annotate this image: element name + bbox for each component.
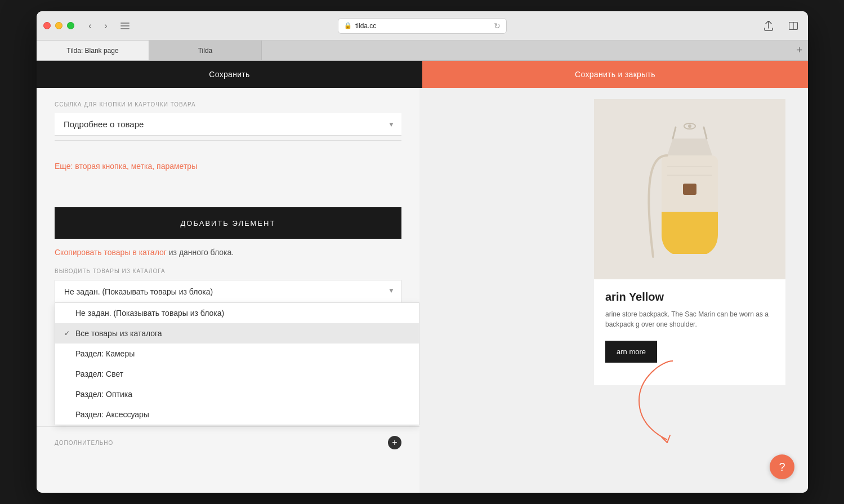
- nav-buttons: ‹ ›: [83, 19, 113, 33]
- dropdown-option-0[interactable]: Не задан. (Показывать товары из блока): [55, 303, 419, 323]
- product-description: arine store backpack. The Sac Marin can …: [605, 309, 774, 329]
- share-button[interactable]: [761, 18, 776, 34]
- product-image: [594, 99, 785, 279]
- dropdown-label-2: Раздел: Камеры: [75, 349, 135, 358]
- product-name-text: arin Yellow: [605, 291, 664, 303]
- additional-toggle[interactable]: +: [388, 436, 401, 449]
- dropdown-label-4: Раздел: Оптика: [75, 390, 132, 399]
- browser-window: ‹ › 🔒 tilda.cc ↻: [37, 11, 808, 493]
- tab-label-2: Tilda: [198, 47, 213, 55]
- tabbar: Tilda: Blank page Tilda +: [37, 41, 808, 61]
- back-button[interactable]: ‹: [83, 19, 97, 33]
- link-select[interactable]: Подробнее о товаре Внешняя ссылка Нет сс…: [55, 113, 401, 136]
- close-window-button[interactable]: [43, 22, 51, 29]
- svg-rect-2: [120, 28, 129, 29]
- dropdown-label-5: Раздел: Аксессуары: [75, 410, 149, 419]
- tab-blank-page[interactable]: Tilda: Blank page: [37, 41, 149, 60]
- check-none-4: [64, 390, 72, 398]
- dropdown-option-1[interactable]: ✓ Все товары из каталога: [55, 323, 419, 344]
- additional-label: ДОПОЛНИТЕЛЬНО: [55, 440, 113, 446]
- check-none-5: [64, 411, 72, 418]
- product-info: arin Yellow arine store backpack. The Sa…: [594, 279, 785, 372]
- catalog-dropdown-selected[interactable]: Не задан. (Показывать товары из блока): [55, 280, 401, 302]
- svg-point-6: [688, 124, 691, 128]
- catalog-field-label: ВЫВОДИТЬ ТОВАРЫ ИЗ КАТАЛОГА: [55, 268, 401, 274]
- check-none-2: [64, 350, 72, 358]
- lock-icon: 🔒: [344, 22, 352, 29]
- save-button[interactable]: Сохранить: [37, 61, 422, 88]
- tab-tilda[interactable]: Tilda: [149, 41, 262, 60]
- link-field-label: ССЫЛКА ДЛЯ КНОПКИ И КАРТОЧКИ ТОВАРА: [55, 101, 401, 108]
- copy-link-section: Скопировать товары в каталог из данного …: [37, 248, 419, 268]
- maximize-window-button[interactable]: [67, 22, 74, 29]
- dropdown-option-3[interactable]: Раздел: Свет: [55, 364, 419, 384]
- editor-toolbar: Сохранить Сохранить и закрыть: [37, 61, 808, 88]
- tab-label-1: Tilda: Blank page: [66, 47, 118, 55]
- editor-panel: ССЫЛКА ДЛЯ КНОПКИ И КАРТОЧКИ ТОВАРА Подр…: [37, 88, 419, 493]
- reading-mode-button[interactable]: [117, 18, 133, 34]
- learn-more-button[interactable]: arn more: [605, 341, 657, 363]
- svg-rect-7: [683, 184, 696, 195]
- url-display: tilda.cc: [355, 22, 376, 30]
- bag-illustration: [633, 110, 746, 268]
- catalog-dropdown-wrapper: Не задан. (Показывать товары из блока) ▼…: [55, 280, 401, 302]
- reload-icon[interactable]: ↻: [494, 21, 501, 30]
- copy-link-suffix: из данного блока.: [169, 248, 234, 257]
- additional-header: ДОПОЛНИТЕЛЬНО +: [55, 436, 401, 449]
- link-select-wrapper: Подробнее о товаре Внешняя ссылка Нет сс…: [55, 113, 401, 136]
- dropdown-option-4[interactable]: Раздел: Оптика: [55, 384, 419, 404]
- divider: [55, 140, 401, 141]
- catalog-dropdown-list: Не задан. (Показывать товары из блока) ✓…: [55, 302, 419, 425]
- link-section: ССЫЛКА ДЛЯ КНОПКИ И КАРТОЧКИ ТОВАРА Подр…: [37, 88, 419, 161]
- new-tab-button[interactable]: +: [791, 41, 808, 60]
- help-icon: ?: [779, 461, 785, 474]
- check-none-0: [64, 309, 72, 317]
- minimize-window-button[interactable]: [55, 22, 62, 29]
- check-mark-1: ✓: [64, 329, 72, 337]
- svg-rect-1: [120, 25, 129, 26]
- save-close-button[interactable]: Сохранить и закрыть: [422, 61, 808, 88]
- check-none-3: [64, 370, 72, 378]
- additional-section: ДОПОЛНИТЕЛЬНО +: [37, 426, 419, 458]
- product-name: arin Yellow: [605, 291, 774, 304]
- traffic-lights: [43, 22, 74, 29]
- dropdown-option-5[interactable]: Раздел: Аксессуары: [55, 404, 419, 425]
- catalog-section: ВЫВОДИТЬ ТОВАРЫ ИЗ КАТАЛОГА Не задан. (П…: [37, 268, 419, 314]
- titlebar-right: [756, 18, 801, 34]
- titlebar: ‹ › 🔒 tilda.cc ↻: [37, 11, 808, 41]
- extra-options-link[interactable]: Еще: вторая кнопка, метка, параметры: [55, 162, 197, 171]
- plus-icon: +: [392, 438, 397, 448]
- help-button[interactable]: ?: [770, 454, 794, 479]
- dropdown-label-0: Не задан. (Показывать товары из блока): [75, 309, 224, 318]
- main-layout: ССЫЛКА ДЛЯ КНОПКИ И КАРТОЧКИ ТОВАРА Подр…: [37, 88, 808, 493]
- add-element-section: ДОБАВИТЬ ЭЛЕМЕНТ: [37, 207, 419, 248]
- preview-panel: arin Yellow arine store backpack. The Sa…: [419, 88, 808, 493]
- dropdown-option-2[interactable]: Раздел: Камеры: [55, 344, 419, 364]
- new-tab-split-button[interactable]: [785, 18, 801, 34]
- address-bar-container: 🔒 tilda.cc ↻: [338, 18, 507, 34]
- dropdown-label-1: Все товары из каталога: [75, 329, 162, 338]
- copy-catalog-link[interactable]: Скопировать товары в каталог: [55, 248, 167, 257]
- add-element-button[interactable]: ДОБАВИТЬ ЭЛЕМЕНТ: [55, 207, 401, 239]
- dropdown-label-3: Раздел: Свет: [75, 369, 123, 378]
- extra-section: Еще: вторая кнопка, метка, параметры: [37, 161, 419, 185]
- product-card: arin Yellow arine store backpack. The Sa…: [594, 99, 785, 385]
- svg-rect-0: [120, 23, 129, 24]
- forward-button[interactable]: ›: [99, 19, 113, 33]
- spacer: [37, 185, 419, 207]
- address-bar[interactable]: 🔒 tilda.cc ↻: [338, 18, 507, 34]
